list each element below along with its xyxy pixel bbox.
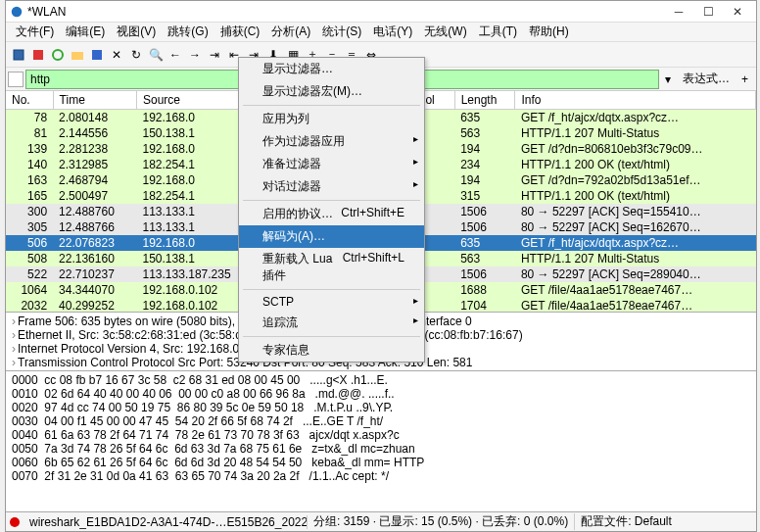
column-header[interactable]: Length: [454, 91, 515, 110]
bookmark-filter-icon[interactable]: [8, 72, 24, 87]
menu-item[interactable]: 跳转(G): [162, 22, 214, 42]
minimize-button[interactable]: ─: [664, 2, 693, 22]
svg-rect-5: [92, 50, 102, 60]
hex-line[interactable]: 0060 6b 65 62 61 26 5f 64 6c 6d 6d 3d 20…: [12, 456, 750, 469]
menu-item[interactable]: 启用的协议…Ctrl+Shift+E: [239, 203, 424, 225]
status-packets: 分组: 3159 · 已显示: 15 (0.5%) · 已丢弃: 0 (0.0%…: [308, 513, 575, 530]
column-header[interactable]: Time: [53, 91, 136, 110]
menu-item[interactable]: 分析(A): [265, 22, 316, 42]
titlebar: *WLAN ─ ☐ ✕: [6, 1, 756, 23]
menu-item[interactable]: 解码为(A)…: [239, 225, 424, 248]
save-icon[interactable]: [88, 46, 106, 64]
hex-line[interactable]: 0040 61 6a 63 78 2f 64 71 74 78 2e 61 73…: [12, 428, 750, 442]
menu-item[interactable]: 帮助(H): [523, 22, 575, 42]
svg-rect-4: [71, 52, 83, 60]
analyze-menu-dropdown: 显示过滤器…显示过滤器宏(M)…应用为列作为过滤器应用准备过滤器对话过滤器启用的…: [238, 57, 425, 363]
column-header[interactable]: Info: [515, 91, 756, 110]
hex-line[interactable]: 0010 02 6d 64 40 40 00 40 06 00 00 c0 a8…: [12, 387, 750, 401]
svg-rect-2: [33, 50, 43, 60]
hex-line[interactable]: 0070 2f 31 2e 31 0d 0a 41 63 63 65 70 74…: [12, 469, 750, 483]
menu-item[interactable]: 显示过滤器宏(M)…: [239, 80, 424, 103]
close-file-icon[interactable]: ✕: [108, 46, 125, 64]
restart-capture-icon[interactable]: [49, 46, 67, 64]
prev-icon[interactable]: ←: [166, 46, 184, 64]
menu-item[interactable]: 捕获(C): [214, 22, 266, 42]
expression-button[interactable]: 表达式…: [677, 71, 736, 87]
menu-item[interactable]: 文件(F): [10, 22, 60, 42]
reload-icon[interactable]: ↻: [127, 46, 145, 64]
hex-line[interactable]: 0020 97 4d cc 74 00 50 19 75 86 80 39 5c…: [12, 401, 750, 414]
menu-item[interactable]: 重新载入 Lua 插件Ctrl+Shift+L: [239, 248, 424, 287]
menu-item[interactable]: 对话过滤器: [239, 175, 424, 198]
find-icon[interactable]: 🔍: [147, 46, 165, 64]
menu-item[interactable]: 视图(V): [111, 22, 162, 42]
menubar: 文件(F)编辑(E)视图(V)跳转(G)捕获(C)分析(A)统计(S)电话(Y)…: [6, 23, 756, 42]
menu-item[interactable]: SCTP: [239, 292, 424, 312]
hex-line[interactable]: 0050 7a 3d 74 78 26 5f 64 6c 6d 63 3d 7a…: [12, 442, 750, 456]
menu-item[interactable]: 追踪流: [239, 312, 424, 334]
menu-item[interactable]: 准备过滤器: [239, 153, 424, 175]
menu-item[interactable]: 电话(Y): [367, 22, 418, 42]
menu-item[interactable]: 专家信息: [239, 339, 424, 362]
window-title: *WLAN: [27, 5, 664, 19]
menu-item[interactable]: 无线(W): [418, 22, 472, 42]
svg-rect-1: [14, 50, 24, 60]
filter-add-icon[interactable]: +: [736, 73, 754, 86]
statusbar: wireshark_E1BDA1D2-A3A1-474D-…E515B26_20…: [6, 511, 756, 531]
column-header[interactable]: No.: [6, 91, 53, 110]
open-icon[interactable]: [69, 46, 86, 64]
menu-item[interactable]: 显示过滤器…: [239, 58, 424, 80]
goto-icon[interactable]: ⇥: [206, 46, 223, 64]
menu-item[interactable]: 工具(T): [473, 22, 523, 42]
status-file: wireshark_E1BDA1D2-A3A1-474D-…E515B26_20…: [24, 515, 308, 529]
packet-bytes[interactable]: 0000 cc 08 fb b7 16 67 3c 58 c2 68 31 ed…: [6, 370, 756, 511]
expert-info-icon[interactable]: [10, 517, 20, 527]
close-button[interactable]: ✕: [723, 2, 752, 22]
app-icon: [10, 5, 24, 19]
svg-point-0: [12, 6, 23, 17]
menu-item[interactable]: 统计(S): [316, 22, 367, 42]
status-profile: 配置文件: Default: [575, 513, 678, 530]
menu-item[interactable]: 应用为列: [239, 108, 424, 130]
svg-point-3: [53, 50, 63, 60]
menu-item[interactable]: 编辑(E): [60, 22, 111, 42]
maximize-button[interactable]: ☐: [693, 2, 723, 22]
filter-dropdown-icon[interactable]: ▾: [659, 73, 677, 86]
stop-capture-icon[interactable]: [29, 46, 47, 64]
toolbar-icon[interactable]: [10, 46, 27, 64]
menu-item[interactable]: 作为过滤器应用: [239, 130, 424, 153]
hex-line[interactable]: 0030 04 00 f1 45 00 00 47 45 54 20 2f 66…: [12, 414, 750, 428]
next-icon[interactable]: →: [186, 46, 204, 64]
hex-line[interactable]: 0000 cc 08 fb b7 16 67 3c 58 c2 68 31 ed…: [12, 373, 750, 387]
